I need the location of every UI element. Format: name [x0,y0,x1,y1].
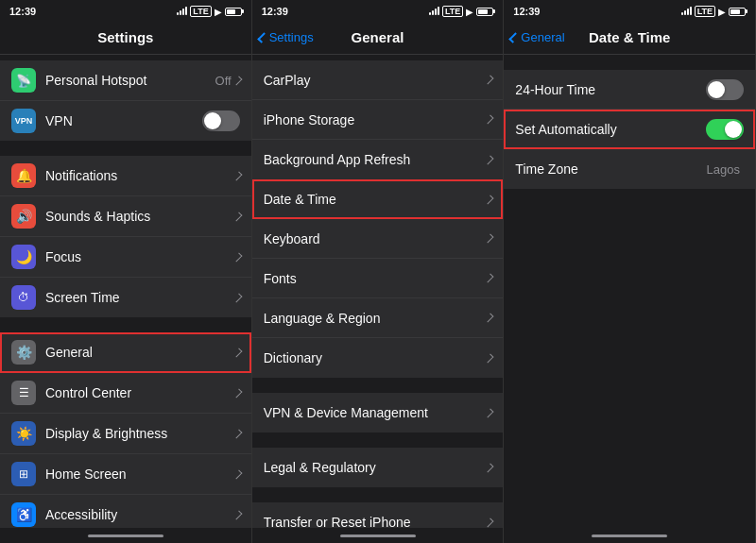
nav-header-2: Settings General [252,21,504,55]
home-screen-label: Home Screen [45,467,235,482]
home-indicator-2 [252,528,504,543]
home-indicator-3 [504,528,755,543]
group-legal: Legal & Regulatory [252,448,504,487]
time-zone-label: Time Zone [515,161,706,177]
item-language-region[interactable]: Language & Region [252,298,504,338]
wifi-icon: ▶ [215,7,222,17]
item-vpn[interactable]: VPN VPN [0,101,251,141]
dictionary-label: Dictionary [264,350,488,365]
status-bar-3: 12:39 LTE ▶ [504,0,755,21]
item-fonts[interactable]: Fonts [252,259,504,298]
spacer-dt [504,55,755,70]
item-keyboard[interactable]: Keyboard [252,219,504,259]
home-indicator-1 [0,528,251,543]
vpn-toggle[interactable] [202,110,240,131]
time-zone-value: Lagos [707,162,740,177]
date-time-label: Date & Time [264,192,488,207]
item-24hr[interactable]: 24-Hour Time [504,70,755,110]
background-refresh-label: Background App Refresh [264,152,488,167]
chevron-right-icon [232,76,242,85]
group-transfer: Transfer or Reset iPhone [252,502,504,528]
status-bar-1: 12:39 LTE ▶ [0,0,251,21]
item-display-brightness[interactable]: ☀️ Display & Brightness [0,414,251,454]
item-general[interactable]: ⚙️ General [0,332,251,373]
home-bar-2 [340,535,416,537]
group-keyboard: Keyboard Fonts Language & Region Diction… [252,219,504,378]
group-notifications: 🔔 Notifications 🔊 Sounds & Haptics 🌙 Foc… [0,156,251,317]
item-notifications[interactable]: 🔔 Notifications [0,156,251,196]
item-control-center[interactable]: ☰ Control Center [0,373,251,414]
home-bar [88,535,163,537]
battery-icon-2 [476,8,493,16]
nav-header-1: Settings [0,21,251,55]
accessibility-icon: ♿ [11,502,36,527]
item-legal[interactable]: Legal & Regulatory [252,448,504,487]
lte-badge-3: LTE [695,6,715,17]
signal-icon-2 [429,8,439,15]
item-focus[interactable]: 🌙 Focus [0,237,251,278]
item-date-time[interactable]: Date & Time [252,179,504,219]
item-screen-time[interactable]: ⏱ Screen Time [0,278,251,317]
hotspot-icon: 📡 [11,68,36,93]
general-icon: ⚙️ [11,340,36,365]
back-button-3[interactable]: General [511,30,564,44]
home-screen-icon: ⊞ [11,462,36,486]
status-icons-3: LTE ▶ [681,6,746,17]
item-carplay[interactable]: CarPlay [252,60,504,100]
group-dt: 24-Hour Time Set Automatically Time Zone… [504,70,755,189]
hotspot-value: Off [215,74,232,88]
spacer-mid2 [252,433,504,448]
status-time-3: 12:39 [513,6,540,17]
item-vpn-device[interactable]: VPN & Device Management [252,393,504,433]
spacer-mid3 [252,487,504,502]
item-time-zone[interactable]: Time Zone Lagos [504,149,755,189]
status-icons-1: LTE ▶ [177,6,241,17]
settings-list-1: 📡 Personal Hotspot Off VPN VPN 🔔 Notific… [0,55,251,528]
item-personal-hotspot[interactable]: 📡 Personal Hotspot Off [0,60,251,101]
item-background-refresh[interactable]: Background App Refresh [252,140,504,179]
item-home-screen[interactable]: ⊞ Home Screen [0,454,251,495]
status-time-1: 12:39 [9,6,36,17]
wifi-icon-3: ▶ [718,7,726,17]
keyboard-label: Keyboard [264,231,488,246]
24hr-toggle[interactable] [706,79,744,100]
control-center-label: Control Center [45,385,235,400]
24hr-label: 24-Hour Time [515,82,706,97]
lte-badge-2: LTE [442,6,463,17]
vpn-icon: VPN [11,109,36,133]
back-button-2[interactable]: Settings [260,30,314,44]
item-transfer[interactable]: Transfer or Reset iPhone [252,502,504,528]
battery-icon-3 [729,8,746,16]
item-iphone-storage[interactable]: iPhone Storage [252,100,504,140]
item-set-automatically[interactable]: Set Automatically [504,110,755,149]
spacer-mid [252,378,504,393]
vpn-device-label: VPN & Device Management [264,405,488,420]
item-dictionary[interactable]: Dictionary [252,338,504,378]
group-vpn-device: VPN & Device Management [252,393,504,433]
general-label: General [45,345,235,360]
back-label-2: Settings [269,30,314,44]
lte-badge: LTE [190,6,211,17]
display-icon: ☀️ [11,421,36,446]
sounds-label: Sounds & Haptics [45,209,235,224]
set-auto-toggle[interactable] [706,119,744,140]
home-bar-3 [592,535,667,537]
screen-time-label: Screen Time [45,290,235,305]
general-list: CarPlay iPhone Storage Background App Re… [252,55,504,528]
chevron-left-icon-3 [509,32,520,42]
control-center-icon: ☰ [11,381,36,405]
sounds-icon: 🔊 [11,204,36,229]
accessibility-label: Accessibility [45,507,235,522]
spacer [0,141,251,156]
item-sounds-haptics[interactable]: 🔊 Sounds & Haptics [0,196,251,237]
nav-header-3: General Date & Time [504,21,755,55]
group-hotspot-vpn: 📡 Personal Hotspot Off VPN VPN [0,60,251,141]
date-time-list: 24-Hour Time Set Automatically Time Zone… [504,55,755,528]
focus-icon: 🌙 [11,245,36,269]
wifi-icon-2: ▶ [466,7,473,17]
item-accessibility[interactable]: ♿ Accessibility [0,495,251,528]
battery-icon [225,8,242,16]
hotspot-label: Personal Hotspot [45,73,215,88]
status-icons-2: LTE ▶ [429,6,493,17]
group-general: ⚙️ General ☰ Control Center ☀️ Display &… [0,332,251,528]
